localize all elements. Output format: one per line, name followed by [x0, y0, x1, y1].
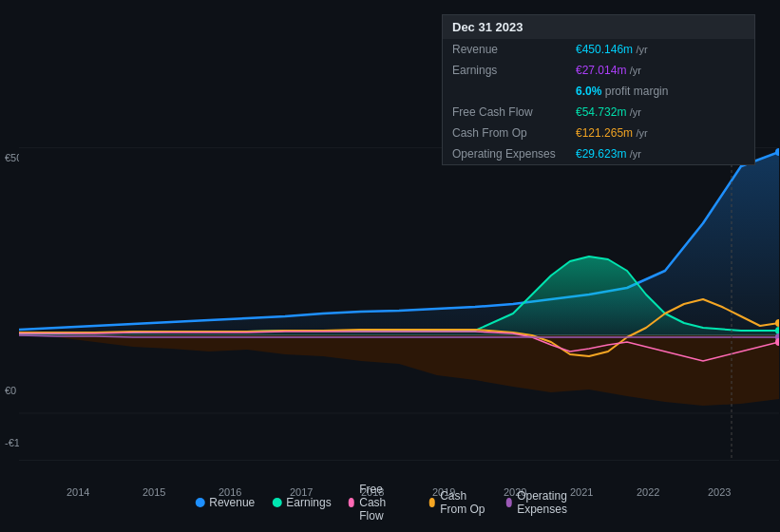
legend-dot-fcf	[349, 498, 355, 507]
info-value-earnings: €27.014m /yr	[566, 60, 754, 81]
info-label-revenue: Revenue	[443, 39, 566, 60]
info-row-earnings: Earnings €27.014m /yr	[443, 60, 754, 81]
info-value-opex: €29.623m /yr	[566, 143, 754, 164]
legend-dot-opex	[506, 498, 513, 507]
x-label-2015: 2015	[143, 486, 165, 498]
y-label-0: €0	[5, 385, 16, 396]
info-row-margin: 6.0% profit margin	[443, 81, 754, 102]
info-label-margin	[443, 81, 566, 102]
legend-dot-cashop	[429, 498, 436, 507]
chart-legend: Revenue Earnings Free Cash Flow Cash Fro…	[195, 483, 585, 522]
info-value-cashop: €121.265m /yr	[566, 123, 754, 143]
legend-label-revenue: Revenue	[209, 496, 255, 509]
info-row-opex: Operating Expenses €29.623m /yr	[443, 143, 754, 164]
legend-revenue: Revenue	[195, 496, 255, 509]
info-value-revenue: €450.146m /yr	[566, 39, 754, 60]
info-label-opex: Operating Expenses	[443, 143, 566, 164]
legend-label-fcf: Free Cash Flow	[359, 483, 411, 522]
info-label-fcf: Free Cash Flow	[443, 102, 566, 123]
legend-opex: Operating Expenses	[506, 489, 585, 516]
info-label-cashop: Cash From Op	[443, 123, 566, 143]
info-row-cashop: Cash From Op €121.265m /yr	[443, 123, 754, 143]
info-row-fcf: Free Cash Flow €54.732m /yr	[443, 102, 754, 123]
legend-cashop: Cash From Op	[429, 489, 489, 516]
x-label-2014: 2014	[67, 486, 89, 498]
info-row-revenue: Revenue €450.146m /yr	[443, 39, 754, 60]
info-label-earnings: Earnings	[443, 60, 566, 81]
legend-dot-revenue	[195, 498, 204, 507]
legend-label-cashop: Cash From Op	[440, 489, 488, 516]
legend-label-opex: Operating Expenses	[517, 489, 585, 516]
legend-label-earnings: Earnings	[286, 496, 331, 509]
info-value-fcf: €54.732m /yr	[566, 102, 754, 123]
legend-earnings: Earnings	[272, 496, 331, 509]
info-card-table: Revenue €450.146m /yr Earnings €27.014m …	[443, 39, 754, 164]
info-value-margin: 6.0% profit margin	[566, 81, 754, 102]
x-label-2023: 2023	[708, 486, 731, 498]
legend-fcf: Free Cash Flow	[349, 483, 412, 522]
info-card-date: Dec 31 2023	[443, 15, 754, 39]
chart-svg	[19, 147, 779, 461]
x-label-2022: 2022	[637, 486, 659, 498]
info-card: Dec 31 2023 Revenue €450.146m /yr Earnin…	[442, 14, 755, 165]
legend-dot-earnings	[272, 498, 281, 507]
